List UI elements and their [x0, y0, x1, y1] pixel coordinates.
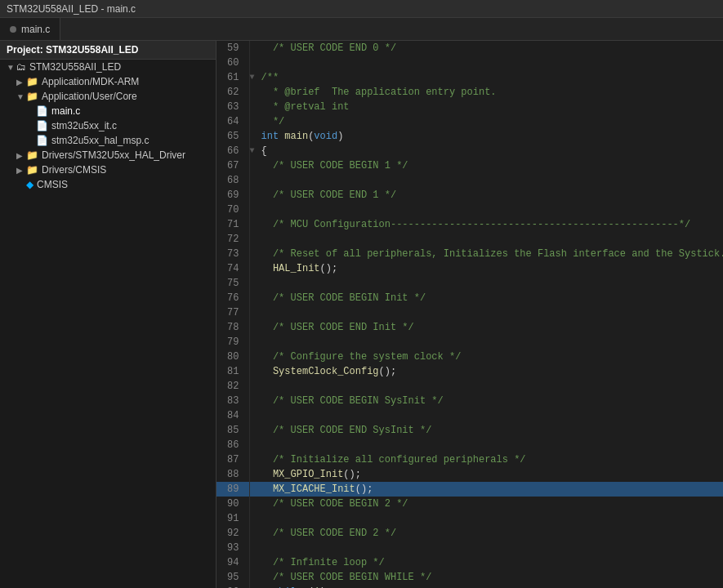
table-row: 93	[216, 541, 723, 555]
table-row: 68	[216, 173, 723, 188]
table-row: 95 /* USER CODE BEGIN WHILE */	[216, 570, 723, 585]
sidebar-cmsis-item-label: CMSIS	[37, 179, 68, 190]
sidebar-cmsis-label: Drivers/CMSIS	[42, 164, 106, 176]
sidebar-drivers-hal-label: Drivers/STM32U5xx_HAL_Driver	[42, 149, 185, 161]
table-row: 80 /* Configure the system clock */	[216, 350, 723, 364]
top-bar: STM32U558AII_LED - main.c	[0, 0, 723, 18]
file-icon-hal: 📄	[36, 135, 48, 146]
table-row: 62 * @brief The application entry point.	[216, 85, 723, 100]
table-row: 94 /* Infinite loop */	[216, 555, 723, 570]
table-row: 61 ▼ /**	[216, 70, 723, 85]
table-row: 69 /* USER CODE END 1 */	[216, 188, 723, 203]
table-row: 72	[216, 232, 723, 247]
sidebar-item-stm32hal[interactable]: 📄 stm32u5xx_hal_msp.c	[0, 133, 216, 148]
sidebar-item-drivers-cmsis[interactable]: ▶ 📁 Drivers/CMSIS	[0, 163, 216, 177]
table-row: 67 /* USER CODE BEGIN 1 */	[216, 158, 723, 173]
sidebar-header: Project: STM32U558AII_LED	[0, 41, 216, 60]
project-icon: 🗂	[16, 61, 26, 73]
table-row: 85 /* USER CODE END SysInit */	[216, 423, 723, 438]
table-row: 79	[216, 335, 723, 350]
folder-icon-drivers: 📁	[26, 149, 38, 161]
table-row: 81 SystemClock_Config();	[216, 364, 723, 379]
table-row: 78 /* USER CODE END Init */	[216, 320, 723, 335]
table-row: 59 /* USER CODE END 0 */	[216, 41, 723, 56]
table-row: 71 /* MCU Configuration-----------------…	[216, 217, 723, 232]
table-row: 77	[216, 305, 723, 320]
code-table: 59 /* USER CODE END 0 */ 60 61 ▼ /** 62	[216, 41, 723, 588]
table-row: 70	[216, 203, 723, 217]
sidebar-item-app-mdk[interactable]: ▶ 📁 Application/MDK-ARM	[0, 74, 216, 89]
table-row: 63 * @retval int	[216, 100, 723, 114]
table-row: 83 /* USER CODE BEGIN SysInit */	[216, 394, 723, 408]
table-row: 88 MX_GPIO_Init();	[216, 467, 723, 482]
folder-icon: 📁	[26, 76, 38, 87]
diamond-icon: ◆	[26, 179, 33, 190]
table-row: 65 int main(void)	[216, 129, 723, 144]
file-icon-main: 📄	[36, 105, 48, 117]
table-row: 84	[216, 408, 723, 423]
line-number: 59	[216, 41, 249, 56]
sidebar-item-stm32it[interactable]: 📄 stm32u5xx_it.c	[0, 118, 216, 133]
sidebar-item-cmsis[interactable]: ◆ CMSIS	[0, 177, 216, 192]
table-row: 92 /* USER CODE END 2 */	[216, 526, 723, 541]
table-row: 66 ▼ {	[216, 144, 723, 158]
table-row: 87 /* Initialize all configured peripher…	[216, 452, 723, 467]
table-row: 90 /* USER CODE BEGIN 2 */	[216, 497, 723, 511]
table-row: 76 /* USER CODE BEGIN Init */	[216, 291, 723, 305]
project-title: Project: STM32U558AII_LED	[7, 44, 138, 56]
table-row: 96 while (1)	[216, 585, 723, 588]
tab-dot	[10, 26, 16, 33]
tab-main-c[interactable]: main.c	[0, 18, 60, 40]
table-row[interactable]: 89 MX_ICACHE_Init();	[216, 482, 723, 497]
sidebar: Project: STM32U558AII_LED ▼ 🗂 STM32U558A…	[0, 41, 216, 588]
sidebar-item-drivers-hal[interactable]: ▶ 📁 Drivers/STM32U5xx_HAL_Driver	[0, 148, 216, 163]
sidebar-item-main-c[interactable]: 📄 main.c	[0, 104, 216, 118]
folder-icon-user: 📁	[26, 91, 38, 102]
table-row: 91	[216, 511, 723, 526]
sidebar-it-label: stm32u5xx_it.c	[51, 120, 117, 131]
table-row: 74 HAL_Init();	[216, 261, 723, 276]
sidebar-hal-label: stm32u5xx_hal_msp.c	[51, 135, 149, 146]
folder-icon-cmsis: 📁	[26, 164, 38, 176]
file-icon-it: 📄	[36, 120, 48, 131]
sidebar-project-label: STM32U558AII_LED	[29, 61, 121, 73]
sidebar-app-mdk-label: Application/MDK-ARM	[42, 76, 139, 87]
window-title: STM32U558AII_LED - main.c	[7, 3, 136, 15]
sidebar-app-user-label: Application/User/Core	[42, 91, 137, 102]
sidebar-item-app-user[interactable]: ▼ 📁 Application/User/Core	[0, 89, 216, 104]
table-row: 64 */	[216, 114, 723, 129]
table-row: 82	[216, 379, 723, 394]
table-row: 60	[216, 56, 723, 70]
code-editor[interactable]: 59 /* USER CODE END 0 */ 60 61 ▼ /** 62	[216, 41, 723, 588]
tab-label: main.c	[21, 24, 50, 35]
table-row: 75	[216, 276, 723, 291]
sidebar-main-c-label: main.c	[51, 105, 80, 117]
tab-bar: main.c	[0, 18, 723, 41]
table-row: 86	[216, 438, 723, 452]
table-row: 73 /* Reset of all peripherals, Initiali…	[216, 247, 723, 261]
sidebar-item-project[interactable]: ▼ 🗂 STM32U558AII_LED	[0, 60, 216, 74]
